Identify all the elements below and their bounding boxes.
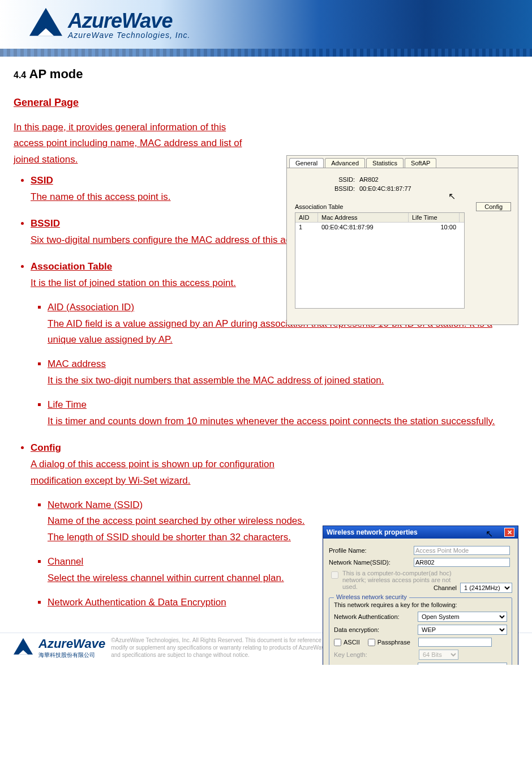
item-life: Life Time It is timer and counts down fr…	[48, 397, 518, 430]
adhoc-checkbox	[331, 571, 338, 579]
sec-label: Network Authentication & Data Encryption	[48, 597, 226, 608]
ascii-label: ASCII	[344, 639, 360, 646]
profile-name-label: Profile Name:	[329, 547, 414, 554]
table-row: 1 00:E0:4C:81:87:99 10:00	[295, 223, 464, 232]
dialog-title: Wireless network properties	[327, 528, 418, 536]
ssid-field-label: SSID:	[318, 176, 355, 183]
bssid-field-label: BSSID:	[318, 185, 355, 192]
network-name-label: Network Name(SSID):	[329, 559, 414, 566]
encryption-select[interactable]: WEP	[418, 625, 507, 635]
general-page-heading: General Page	[14, 94, 79, 112]
key-length-select: 64 Bits	[419, 650, 458, 660]
life-desc: It is timer and counts down from 10 minu…	[48, 413, 518, 430]
ssid-value: AR802	[359, 176, 379, 183]
tab-statistics[interactable]: Statistics	[366, 158, 404, 168]
profile-name-field	[414, 546, 510, 555]
aid-label: AID (Association ID)	[48, 302, 134, 313]
general-tab-screenshot: General Advanced Statistics SoftAP ↖ SSI…	[286, 155, 518, 325]
security-legend: Wireless network security	[334, 593, 409, 600]
cell-life: 10:00	[409, 223, 460, 232]
col-life: Life Time	[409, 213, 460, 222]
close-icon[interactable]: ✕	[504, 528, 514, 537]
col-mac: Mac Address	[318, 213, 409, 222]
channel-select[interactable]: 1 (2412MHz)	[460, 583, 512, 593]
cell-aid: 1	[295, 223, 318, 232]
logo-glyph-icon	[29, 8, 62, 41]
brand-logo: AzureWave AzureWave Technologies, Inc.	[29, 8, 190, 41]
col-aid: AID	[295, 213, 318, 222]
section-name: AP mode	[29, 67, 83, 81]
passphrase-checkbox[interactable]	[368, 639, 375, 646]
auth-select[interactable]: Open System	[418, 612, 507, 622]
config-label: Config	[31, 442, 61, 453]
tab-general[interactable]: General	[289, 158, 324, 168]
cell-mac: 00:E0:4C:81:87:99	[318, 223, 409, 232]
ascii-checkbox[interactable]	[334, 639, 341, 646]
mac-desc: It is the six two-digit numbers that ass…	[48, 373, 518, 389]
channel-label: Channel	[434, 584, 457, 591]
passphrase-label: Passphrase	[377, 639, 410, 646]
footer-brand-sub: 海華科技股份有限公司	[38, 651, 105, 659]
enc-label: Data encryption:	[334, 626, 418, 633]
bssid-label: BSSID	[31, 218, 60, 229]
security-note: This network requires a key for the foll…	[334, 601, 507, 608]
footer-brand: AzureWave	[38, 637, 105, 651]
brand-name: AzureWave	[68, 9, 190, 33]
cursor-arrow-icon: ↖	[448, 191, 456, 202]
security-fieldset: Wireless network security This network r…	[329, 597, 512, 665]
ch-label: Channel	[48, 556, 83, 567]
network-name-field[interactable]	[414, 558, 510, 567]
item-mac: MAC address It is the six two-digit numb…	[48, 356, 518, 389]
passphrase-field[interactable]	[418, 638, 492, 647]
section-title: 4.4 AP mode	[14, 67, 518, 82]
tab-softap[interactable]: SoftAP	[405, 158, 436, 168]
section-number: 4.4	[14, 70, 26, 80]
intro-text: In this page, it provides general inform…	[14, 119, 257, 169]
assoc-label: Association Table	[31, 261, 112, 272]
wireless-properties-dialog: ↖ Wireless network properties ✕ Profile …	[323, 526, 518, 665]
ssid-label: SSID	[31, 175, 53, 186]
key-length-label: Key Length:	[334, 651, 419, 658]
config-button[interactable]: Config	[476, 202, 511, 211]
nn-desc: Name of the access point searched by oth…	[48, 513, 308, 546]
association-table: AID Mac Address Life Time 1 00:E0:4C:81:…	[295, 212, 465, 309]
life-label: Life Time	[48, 399, 87, 410]
footer-logo-icon	[14, 638, 33, 657]
tab-advanced[interactable]: Advanced	[325, 158, 365, 168]
bssid-value: 00:E0:4C:81:87:77	[359, 185, 411, 192]
network-key-label: Network key:	[334, 664, 418, 665]
network-key-field[interactable]	[418, 663, 507, 665]
mac-label: MAC address	[48, 358, 106, 369]
nn-label: Network Name (SSID)	[48, 499, 143, 510]
brand-subtitle: AzureWave Technologies, Inc.	[68, 31, 190, 40]
config-desc: A dialog of this access point is shown u…	[31, 456, 291, 489]
page-header: AzureWave AzureWave Technologies, Inc.	[0, 0, 532, 57]
auth-label: Network Authentication:	[334, 613, 418, 620]
ch-desc: Select the wireless channel within curre…	[48, 570, 308, 587]
cursor-arrow-icon: ↖	[486, 528, 493, 539]
